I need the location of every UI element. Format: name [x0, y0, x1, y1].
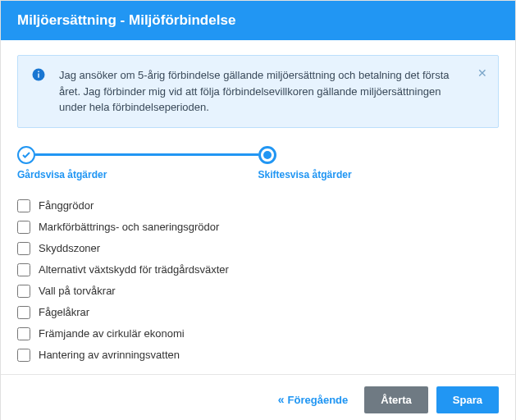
- list-item: Alternativt växtskydd för trädgårdsväxte…: [17, 259, 499, 281]
- option-label[interactable]: Främjande av cirkulär ekonomi: [39, 327, 185, 340]
- list-item: Hantering av avrinningsvatten: [17, 345, 499, 366]
- dialog-body: Jag ansöker om 5-årig förbindelse gällan…: [1, 40, 515, 374]
- step-node-1[interactable]: [17, 146, 35, 164]
- dialog: Miljöersättning - Miljöförbindelse Jag a…: [0, 0, 516, 420]
- stepper: Gårdsvisa åtgärder Skiftesvisa åtgärder: [17, 146, 499, 180]
- checkbox-avrinningsvatten[interactable]: [17, 349, 30, 362]
- options-list: Fånggrödor Markförbättrings- och sanerin…: [17, 195, 499, 366]
- svg-rect-2: [38, 71, 39, 73]
- list-item: Fånggrödor: [17, 195, 499, 217]
- option-label[interactable]: Vall på torvåkrar: [39, 285, 116, 297]
- option-label[interactable]: Fånggrödor: [39, 199, 94, 212]
- step-label-2: Skiftesvisa åtgärder: [258, 169, 500, 180]
- checkbox-vall-torvakrar[interactable]: [17, 285, 30, 298]
- list-item: Markförbättrings- och saneringsgrödor: [17, 217, 499, 238]
- checkbox-cirkular-ekonomi[interactable]: [17, 327, 30, 340]
- previous-button[interactable]: Föregående: [278, 393, 348, 406]
- dialog-footer: Föregående Återta Spara: [1, 374, 515, 421]
- step-node-2[interactable]: [258, 146, 276, 164]
- option-label[interactable]: Alternativt växtskydd för trädgårdsväxte…: [39, 263, 229, 276]
- option-label[interactable]: Fågelåkrar: [39, 306, 89, 318]
- info-alert-text: Jag ansöker om 5-årig förbindelse gällan…: [59, 69, 450, 113]
- list-item: Skyddszoner: [17, 238, 499, 259]
- reset-button[interactable]: Återta: [364, 386, 428, 413]
- step-connector: [35, 153, 258, 156]
- dialog-header: Miljöersättning - Miljöförbindelse: [1, 1, 515, 40]
- list-item: Främjande av cirkulär ekonomi: [17, 323, 499, 345]
- checkbox-skyddszoner[interactable]: [17, 242, 30, 255]
- option-label[interactable]: Hantering av avrinningsvatten: [39, 349, 180, 361]
- info-alert: Jag ansöker om 5-årig förbindelse gällan…: [17, 55, 499, 128]
- checkbox-markforbattrings[interactable]: [17, 221, 30, 234]
- info-icon: [31, 67, 46, 82]
- checkbox-fanggrodor[interactable]: [17, 199, 30, 212]
- dialog-title: Miljöersättning - Miljöförbindelse: [17, 12, 235, 28]
- option-label[interactable]: Markförbättrings- och saneringsgrödor: [39, 221, 219, 233]
- list-item: Fågelåkrar: [17, 302, 499, 323]
- close-icon[interactable]: ✕: [477, 67, 488, 79]
- step-label-1: Gårdsvisa åtgärder: [17, 169, 258, 180]
- previous-button-label: Föregående: [288, 394, 349, 406]
- list-item: Vall på torvåkrar: [17, 281, 499, 302]
- option-label[interactable]: Skyddszoner: [39, 242, 100, 254]
- save-button[interactable]: Spara: [436, 386, 499, 413]
- checkbox-alternativt-vaxtskydd[interactable]: [17, 263, 30, 276]
- svg-rect-1: [38, 74, 39, 78]
- checkbox-fagelakrar[interactable]: [17, 306, 30, 319]
